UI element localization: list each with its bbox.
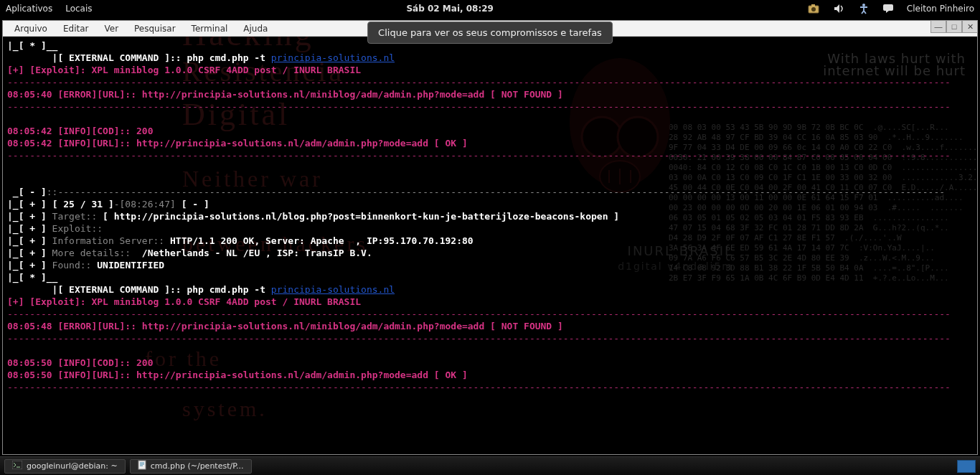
bottom-taskbar: googleinurl@debian: ~ cmd.php (~/pentest… bbox=[0, 456, 980, 475]
calendar-tooltip: Clique para ver os seus compromissos e t… bbox=[367, 22, 613, 44]
svg-point-2 bbox=[811, 7, 816, 11]
menu-applications[interactable]: Aplicativos bbox=[6, 4, 52, 14]
clock[interactable]: Sáb 02 Mai, 08:29 bbox=[93, 4, 808, 14]
document-icon bbox=[138, 460, 146, 472]
svg-rect-12 bbox=[12, 461, 22, 469]
terminal-window: — □ ✕ Arquivo Editar Ver Pesquisar Termi… bbox=[2, 20, 978, 455]
menu-terminal[interactable]: Terminal bbox=[184, 22, 235, 35]
gnome-topbar: Aplicativos Locais Sáb 02 Mai, 08:29 Cle… bbox=[0, 0, 980, 17]
taskbar-item-editor[interactable]: cmd.php (~/pentest/P... bbox=[130, 459, 252, 474]
terminal-viewport[interactable]: Hacking Resistencia Digital Neither war … bbox=[3, 37, 977, 454]
menu-edit[interactable]: Editar bbox=[56, 22, 96, 35]
terminal-icon bbox=[12, 461, 22, 471]
volume-icon[interactable] bbox=[834, 4, 845, 14]
close-button[interactable]: ✕ bbox=[962, 20, 978, 33]
menu-help[interactable]: Ajuda bbox=[236, 22, 275, 35]
taskbar-label: cmd.php (~/pentest/P... bbox=[151, 461, 244, 471]
menu-view[interactable]: Ver bbox=[97, 22, 126, 35]
taskbar-label: googleinurl@debian: ~ bbox=[27, 461, 118, 471]
user-menu[interactable]: Cleiton Pinheiro bbox=[907, 4, 974, 14]
camera-icon[interactable] bbox=[808, 4, 821, 14]
minimize-button[interactable]: — bbox=[930, 20, 946, 33]
show-desktop-button[interactable] bbox=[957, 460, 976, 473]
accessibility-icon[interactable] bbox=[858, 3, 870, 14]
svg-rect-1 bbox=[811, 4, 815, 6]
svg-point-3 bbox=[862, 4, 865, 6]
terminal-output: |_[ * ]__ |[ EXTERNAL COMMAND ]:: php cm… bbox=[7, 39, 973, 393]
menu-file[interactable]: Arquivo bbox=[7, 22, 55, 35]
taskbar-item-terminal[interactable]: googleinurl@debian: ~ bbox=[4, 459, 126, 474]
menu-search[interactable]: Pesquisar bbox=[127, 22, 183, 35]
chat-icon[interactable] bbox=[882, 4, 894, 14]
menu-places[interactable]: Locais bbox=[65, 4, 92, 14]
maximize-button[interactable]: □ bbox=[946, 20, 962, 33]
svg-rect-4 bbox=[883, 4, 893, 11]
svg-rect-13 bbox=[138, 461, 146, 469]
